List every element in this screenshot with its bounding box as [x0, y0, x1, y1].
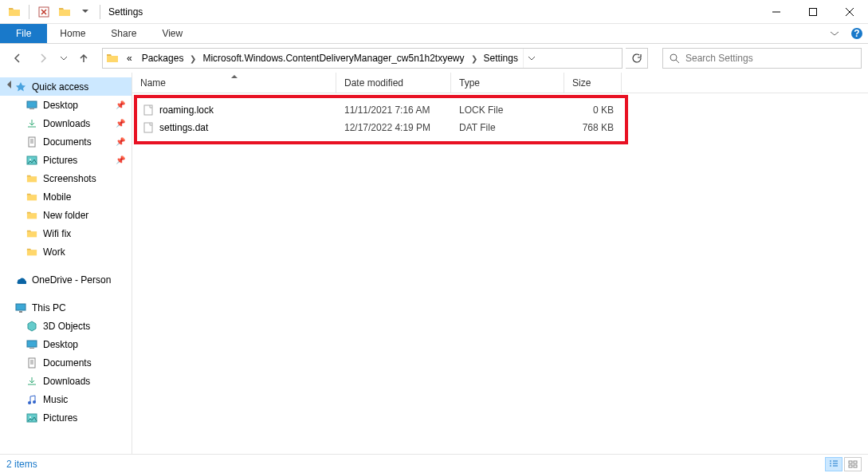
sidebar-item-pictures[interactable]: Pictures📌	[0, 151, 132, 169]
file-type: DAT File	[451, 122, 564, 133]
svg-point-18	[29, 416, 31, 418]
sidebar-this-pc[interactable]: This PC	[0, 298, 132, 317]
up-button[interactable]	[73, 48, 94, 69]
star-icon	[14, 81, 27, 93]
back-button[interactable]	[6, 48, 29, 69]
ribbon-expand-icon[interactable]	[823, 24, 846, 43]
svg-rect-10	[16, 304, 26, 310]
ribbon-tabs: File Home Share View ?	[0, 24, 868, 44]
sidebar-item-mobile[interactable]: Mobile	[0, 187, 132, 206]
folder-icon	[26, 172, 38, 185]
sidebar-item-pc-downloads[interactable]: Downloads	[0, 372, 132, 390]
file-icon	[142, 121, 155, 134]
address-bar[interactable]: « Packages ❯ Microsoft.Windows.ContentDe…	[102, 48, 623, 69]
navigation-pane: Quick access Desktop📌 Downloads📌 Documen…	[0, 73, 132, 454]
file-name: roaming.lock	[159, 104, 214, 116]
folder-icon	[26, 191, 38, 203]
svg-point-15	[28, 401, 31, 404]
sidebar-item-pc-desktop[interactable]: Desktop	[0, 335, 132, 353]
svg-rect-7	[29, 137, 35, 147]
tab-view[interactable]: View	[149, 24, 195, 43]
address-dropdown-icon[interactable]	[523, 49, 540, 68]
tab-home[interactable]: Home	[47, 24, 98, 43]
forward-button[interactable]	[32, 48, 54, 69]
column-name[interactable]: Name	[132, 73, 336, 93]
chevron-right-icon: ❯	[469, 54, 479, 63]
sidebar-item-label: Quick access	[32, 81, 88, 93]
qat-newfolder-icon[interactable]	[55, 3, 74, 21]
breadcrumb: « Packages ❯ Microsoft.Windows.ContentDe…	[122, 49, 523, 68]
close-button[interactable]	[831, 0, 868, 24]
svg-rect-1	[810, 8, 817, 15]
thumbnails-view-button[interactable]	[844, 457, 862, 471]
sidebar-item-newfolder[interactable]: New folder	[0, 206, 132, 224]
search-input[interactable]	[685, 53, 861, 64]
file-icon	[142, 104, 155, 116]
sidebar-quick-access[interactable]: Quick access	[0, 77, 132, 96]
file-name: settings.dat	[159, 122, 208, 133]
svg-rect-21	[849, 461, 852, 463]
details-view-button[interactable]	[825, 457, 842, 471]
file-row[interactable]: settings.dat 12/17/2022 4:19 PM DAT File…	[132, 119, 868, 136]
svg-point-16	[33, 400, 36, 404]
sidebar-onedrive[interactable]: OneDrive - Person	[0, 270, 132, 289]
svg-point-9	[29, 159, 31, 160]
qat-separator-2	[100, 5, 100, 19]
sidebar-item-3dobjects[interactable]: 3D Objects	[0, 317, 132, 335]
pin-icon: 📌	[116, 137, 125, 146]
breadcrumb-contentdelivery[interactable]: Microsoft.Windows.ContentDeliveryManager…	[198, 49, 469, 68]
column-type[interactable]: Type	[451, 73, 564, 93]
sidebar-item-pc-documents[interactable]: Documents	[0, 353, 132, 372]
column-size[interactable]: Size	[564, 73, 622, 93]
tab-file[interactable]: File	[0, 24, 47, 43]
breadcrumb-prefix[interactable]: «	[122, 49, 137, 68]
sidebar-item-wififix[interactable]: Wifi fix	[0, 224, 132, 242]
titlebar: Settings	[0, 0, 868, 24]
help-button[interactable]: ?	[846, 24, 868, 43]
pin-icon: 📌	[116, 101, 125, 109]
content-pane: Name Date modified Type Size roaming.loc…	[132, 73, 868, 454]
pin-icon: 📌	[116, 119, 125, 128]
maximize-button[interactable]	[795, 0, 831, 24]
file-size: 0 KB	[564, 104, 622, 116]
file-row[interactable]: roaming.lock 11/11/2021 7:16 AM LOCK Fil…	[132, 101, 868, 119]
minimize-button[interactable]	[758, 0, 795, 24]
breadcrumb-settings[interactable]: Settings	[479, 49, 523, 68]
downloads-icon	[26, 117, 38, 130]
pc-icon	[14, 302, 27, 314]
documents-icon	[26, 136, 38, 148]
breadcrumb-packages[interactable]: Packages	[137, 49, 189, 68]
sidebar-item-pc-pictures[interactable]: Pictures	[0, 408, 132, 427]
desktop-icon	[26, 99, 38, 112]
svg-point-4	[670, 54, 677, 61]
window-title: Settings	[108, 6, 143, 18]
qat-dropdown-icon[interactable]	[76, 3, 95, 21]
refresh-button[interactable]	[626, 48, 648, 69]
qat-properties-icon[interactable]	[34, 3, 53, 21]
sidebar-item-documents[interactable]: Documents📌	[0, 132, 132, 151]
music-icon	[26, 393, 38, 406]
history-dropdown-icon[interactable]	[57, 48, 70, 69]
svg-rect-12	[27, 341, 37, 347]
search-box[interactable]	[662, 48, 862, 69]
pictures-icon	[26, 154, 38, 167]
pictures-icon	[26, 412, 38, 424]
svg-rect-22	[854, 461, 857, 463]
sidebar-item-pc-music[interactable]: Music	[0, 390, 132, 408]
file-date: 11/11/2021 7:16 AM	[336, 104, 451, 116]
tab-share[interactable]: Share	[98, 24, 149, 43]
sidebar-item-desktop[interactable]: Desktop📌	[0, 96, 132, 114]
file-size: 768 KB	[564, 122, 622, 133]
svg-rect-13	[29, 348, 34, 349]
column-date[interactable]: Date modified	[336, 73, 451, 93]
qat-separator	[29, 5, 29, 19]
svg-rect-23	[849, 465, 852, 467]
folder-icon	[26, 246, 38, 258]
sidebar-item-work[interactable]: Work	[0, 242, 132, 261]
sidebar-item-screenshots[interactable]: Screenshots	[0, 169, 132, 187]
sidebar-item-downloads[interactable]: Downloads📌	[0, 114, 132, 132]
view-toggle-group	[825, 457, 862, 471]
file-list[interactable]: roaming.lock 11/11/2021 7:16 AM LOCK Fil…	[132, 93, 868, 454]
qat-folder-icon[interactable]	[5, 3, 24, 21]
svg-rect-6	[29, 108, 34, 109]
